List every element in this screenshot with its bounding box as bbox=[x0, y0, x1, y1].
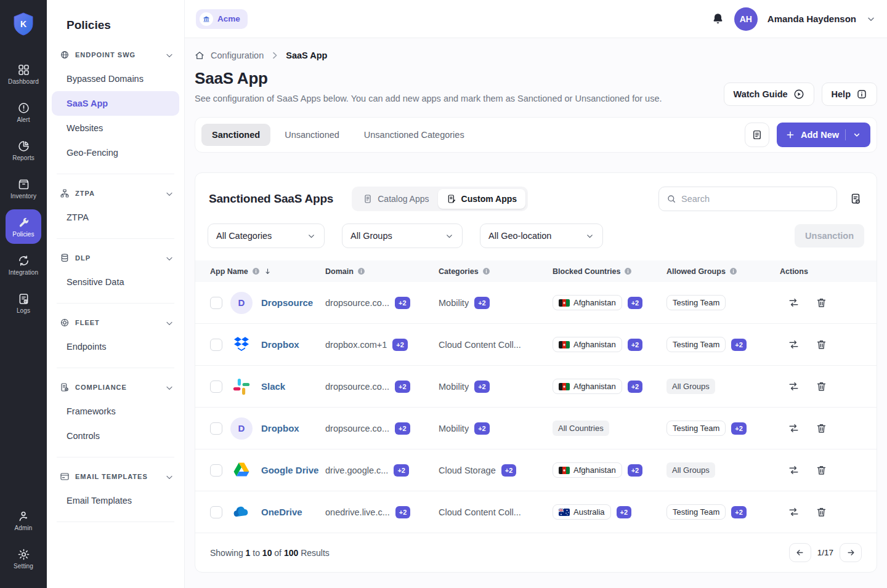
count-badge[interactable]: +2 bbox=[501, 464, 517, 477]
app-name-link[interactable]: Dropbox bbox=[261, 339, 299, 350]
count-badge[interactable]: +2 bbox=[617, 506, 632, 518]
row-checkbox[interactable] bbox=[210, 381, 222, 393]
sidebar-section-header[interactable]: ENDPOINT SWG bbox=[47, 47, 184, 63]
search-input[interactable] bbox=[681, 194, 829, 204]
sidebar-item-sensitive-data[interactable]: Sensitive Data bbox=[52, 270, 179, 294]
chevron-down-icon[interactable] bbox=[164, 50, 173, 59]
notes-button[interactable] bbox=[745, 123, 769, 147]
sort-down-icon[interactable] bbox=[264, 267, 272, 275]
count-badge[interactable]: +2 bbox=[628, 297, 643, 309]
app-name-link[interactable]: Google Drive bbox=[261, 465, 318, 475]
tab-unsanctioned-categories[interactable]: Unsanctioned Categories bbox=[354, 124, 475, 146]
group-pill[interactable]: All Groups bbox=[666, 462, 715, 478]
count-badge[interactable]: +2 bbox=[394, 464, 409, 477]
row-checkbox[interactable] bbox=[210, 506, 222, 518]
watch-guide-button[interactable]: Watch Guide bbox=[724, 83, 814, 106]
filter-all-geo-location[interactable]: All Geo-location bbox=[480, 224, 603, 248]
rail-item-integration[interactable]: Integration bbox=[6, 248, 41, 282]
chevron-down-icon[interactable] bbox=[164, 254, 173, 262]
sidebar-item-ztpa[interactable]: ZTPA bbox=[52, 205, 179, 230]
rail-item-admin[interactable]: Admin bbox=[6, 503, 41, 538]
sidebar-item-controls[interactable]: Controls bbox=[52, 424, 179, 448]
rail-item-policies[interactable]: Policies bbox=[6, 209, 41, 244]
swap-icon[interactable] bbox=[788, 297, 800, 308]
app-name-link[interactable]: Slack bbox=[261, 381, 285, 392]
count-badge[interactable]: +2 bbox=[731, 506, 747, 518]
chevron-down-icon[interactable] bbox=[164, 383, 173, 392]
rail-item-setting[interactable]: Setting bbox=[6, 541, 41, 576]
count-badge[interactable]: +2 bbox=[474, 422, 490, 435]
count-badge[interactable]: +2 bbox=[628, 464, 643, 477]
prev-page-button[interactable] bbox=[789, 543, 811, 562]
group-pill[interactable]: All Groups bbox=[666, 379, 715, 394]
row-checkbox[interactable] bbox=[210, 297, 222, 309]
help-button[interactable]: Help bbox=[822, 83, 877, 106]
notifications-bell-icon[interactable] bbox=[711, 12, 724, 25]
trash-icon[interactable] bbox=[816, 422, 827, 434]
audit-log-icon[interactable] bbox=[849, 193, 862, 205]
app-name-link[interactable]: OneDrive bbox=[261, 507, 302, 517]
app-name-link[interactable]: Dropbox bbox=[261, 423, 299, 433]
breadcrumb-root[interactable]: Configuration bbox=[211, 50, 264, 60]
add-new-button[interactable]: Add New bbox=[777, 123, 870, 147]
sidebar-section-header[interactable]: DLP bbox=[47, 250, 184, 266]
sidebar-section-header[interactable]: EMAIL TEMPLATES bbox=[47, 469, 184, 485]
count-badge[interactable]: +2 bbox=[395, 506, 411, 518]
tab-sanctioned[interactable]: Sanctioned bbox=[201, 124, 270, 146]
group-pill[interactable]: Testing Team bbox=[666, 504, 726, 520]
app-name-link[interactable]: Dropsource bbox=[261, 297, 313, 308]
info-icon[interactable] bbox=[482, 267, 490, 275]
sidebar-item-endpoints[interactable]: Endpoints bbox=[52, 334, 179, 359]
chevron-down-icon[interactable] bbox=[164, 472, 173, 481]
user-menu-chevron-down-icon[interactable] bbox=[866, 14, 876, 24]
row-checkbox[interactable] bbox=[210, 464, 222, 477]
swap-icon[interactable] bbox=[788, 506, 800, 518]
info-icon[interactable] bbox=[357, 267, 365, 275]
count-badge[interactable]: +2 bbox=[395, 422, 410, 435]
user-avatar[interactable]: AH bbox=[734, 7, 758, 31]
sidebar-section-header[interactable]: COMPLIANCE bbox=[47, 379, 184, 395]
rail-item-inventory[interactable]: Inventory bbox=[6, 171, 41, 206]
country-pill[interactable]: Afghanistan bbox=[553, 379, 622, 394]
count-badge[interactable]: +2 bbox=[474, 381, 490, 393]
swap-icon[interactable] bbox=[788, 381, 800, 392]
brand-shield-logo[interactable]: K bbox=[13, 12, 34, 36]
sidebar-item-bypassed-domains[interactable]: Bypassed Domains bbox=[52, 66, 179, 91]
count-badge[interactable]: +2 bbox=[395, 297, 410, 309]
sidebar-item-websites[interactable]: Websites bbox=[52, 116, 179, 140]
unsanction-button[interactable]: Unsanction bbox=[795, 224, 864, 248]
filter-all-groups[interactable]: All Groups bbox=[342, 224, 463, 248]
row-checkbox[interactable] bbox=[210, 422, 222, 435]
rail-item-dashboard[interactable]: Dashboard bbox=[6, 57, 41, 91]
swap-icon[interactable] bbox=[788, 422, 800, 434]
trash-icon[interactable] bbox=[816, 506, 827, 518]
count-badge[interactable]: +2 bbox=[395, 381, 410, 393]
tab-unsanctioned[interactable]: Unsanctioned bbox=[274, 124, 350, 146]
group-pill[interactable]: Testing Team bbox=[666, 421, 726, 436]
count-badge[interactable]: +2 bbox=[628, 381, 643, 393]
next-page-button[interactable] bbox=[840, 543, 862, 562]
count-badge[interactable]: +2 bbox=[392, 339, 408, 351]
chevron-down-icon[interactable] bbox=[164, 318, 173, 327]
swap-icon[interactable] bbox=[788, 339, 800, 350]
count-badge[interactable]: +2 bbox=[731, 422, 747, 435]
sidebar-section-header[interactable]: ZTPA bbox=[47, 185, 184, 201]
count-badge[interactable]: +2 bbox=[474, 297, 490, 309]
org-switcher[interactable]: Acme bbox=[196, 9, 248, 29]
trash-icon[interactable] bbox=[816, 339, 827, 350]
country-pill[interactable]: Afghanistan bbox=[553, 337, 622, 352]
trash-icon[interactable] bbox=[816, 381, 827, 392]
count-badge[interactable]: +2 bbox=[628, 339, 643, 351]
sidebar-item-saas-app[interactable]: SaaS App bbox=[52, 91, 179, 116]
country-pill[interactable]: All Countries bbox=[553, 421, 609, 436]
sidebar-item-geo-fencing[interactable]: Geo-Fencing bbox=[52, 140, 179, 165]
home-icon[interactable] bbox=[195, 50, 205, 60]
chevron-down-icon[interactable] bbox=[164, 189, 173, 198]
group-pill[interactable]: Testing Team bbox=[666, 295, 726, 310]
info-icon[interactable] bbox=[624, 267, 632, 275]
sidebar-section-header[interactable]: FLEET bbox=[47, 315, 184, 331]
toggle-custom-apps[interactable]: Custom Apps bbox=[438, 189, 525, 209]
trash-icon[interactable] bbox=[816, 464, 827, 476]
swap-icon[interactable] bbox=[788, 464, 800, 476]
toggle-catalog-apps[interactable]: Catalog Apps bbox=[354, 189, 437, 209]
